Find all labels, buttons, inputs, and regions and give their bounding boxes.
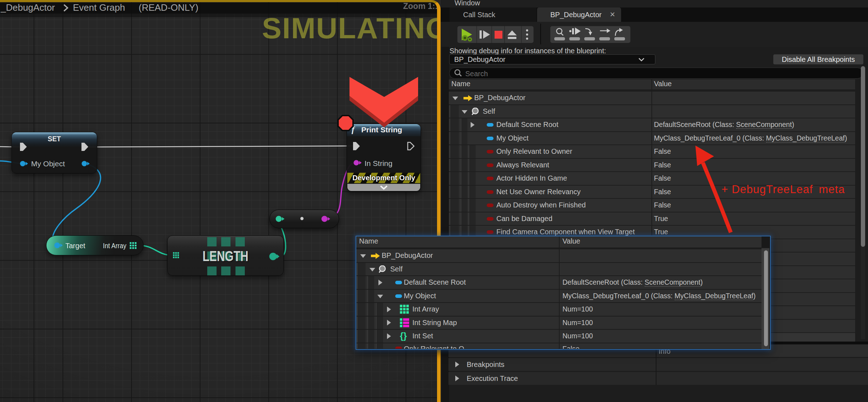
svg-text:+ DebugTreeLeaf meta: + DebugTreeLeaf meta	[721, 183, 845, 196]
